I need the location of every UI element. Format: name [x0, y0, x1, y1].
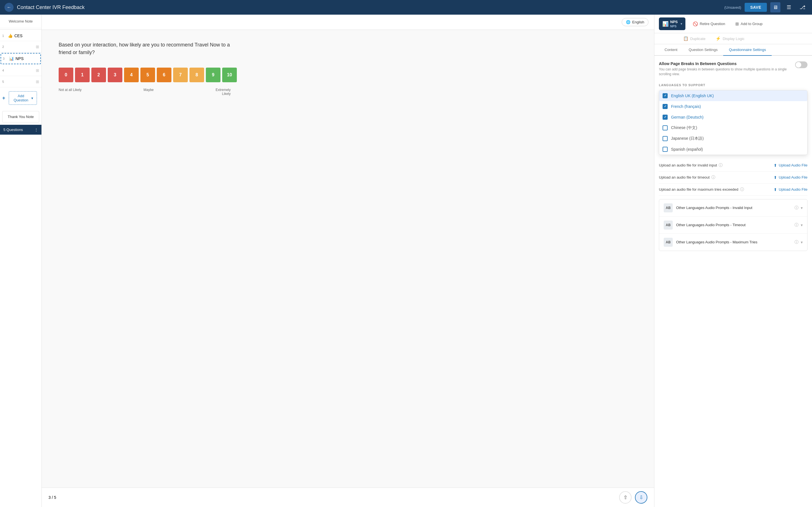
lang-option-english-uk[interactable]: ✓ English UK (English UK) [659, 91, 807, 101]
upload-btn-timeout[interactable]: ⬆ Upload Audio File [774, 175, 808, 180]
nps-btn-7[interactable]: 7 [173, 68, 188, 82]
lang-option-spanish[interactable]: Spanish (español) [659, 144, 807, 155]
other-lang-chevron-timeout[interactable]: ▾ [801, 223, 803, 227]
duplicate-label: Duplicate [690, 37, 705, 41]
back-button[interactable]: ← [4, 3, 13, 12]
page-breaks-label: Allow Page Breaks In Between Questions [659, 61, 791, 66]
nps-btn-2[interactable]: 2 [91, 68, 106, 82]
page-breaks-toggle[interactable] [795, 61, 808, 68]
placeholder-icon-2: ⊞ [36, 45, 39, 49]
lang-checkbox-french: ✓ [663, 104, 668, 109]
upload-btn-max-tries[interactable]: ⬆ Upload Audio File [774, 187, 808, 192]
nps-btn-9[interactable]: 9 [206, 68, 220, 82]
audio-upload-section: Upload an audio file for invalid input ⓘ… [659, 159, 808, 196]
lang-name-german: German (Deutsch) [671, 115, 703, 119]
nps-label-left: Not at all Likely [59, 88, 82, 96]
lang-name-japanese: Japanese (日本語) [671, 136, 704, 141]
page-navigation: ⇧ ⇩ [619, 491, 647, 504]
sidebar-menu-icon[interactable]: ⋮ [35, 128, 38, 132]
sidebar-welcome-note[interactable]: Welcome Note [0, 15, 42, 28]
other-lang-chevron-max-tries[interactable]: ▾ [801, 240, 803, 244]
nps-icon-sidebar: 📊 [9, 56, 14, 61]
display-logic-label: Display Logic [723, 37, 744, 41]
sidebar-item-2: 2 ⊞ [0, 41, 42, 52]
lang-name-english-uk: English UK (English UK) [671, 94, 714, 98]
checkmark-english-uk: ✓ [664, 94, 666, 98]
nps-labels: Not at all Likely Maybe ExtremelyLikely [59, 88, 231, 96]
display-logic-action[interactable]: ⚡ Display Logic [713, 34, 747, 43]
add-question-area[interactable]: + Add Question ▾ [0, 87, 42, 109]
info-icon-max-tries[interactable]: ⓘ [740, 187, 744, 192]
tab-question-settings[interactable]: Question Settings [683, 44, 723, 56]
other-lang-info-icon-timeout[interactable]: ⓘ [795, 223, 799, 228]
add-group-icon: ⊞ [735, 21, 739, 26]
nps-badge-info: NPS NPS [670, 20, 678, 28]
duplicate-action[interactable]: 📋 Duplicate [680, 34, 708, 43]
nps-btn-6[interactable]: 6 [157, 68, 171, 82]
audio-timeout-label: Upload an audio file for timeout ⓘ [659, 175, 715, 180]
thank-you-container: Thank You Note [0, 109, 42, 125]
other-lang-invalid-input[interactable]: AB Other Languages Audio Prompts - Inval… [659, 200, 807, 217]
other-lang-label-timeout: Other Languages Audio Prompts - Timeout [676, 223, 795, 227]
nps-type-badge[interactable]: 📊 NPS NPS ▾ [659, 17, 686, 30]
nps-label-right: ExtremelyLikely [216, 88, 231, 96]
lang-option-german[interactable]: ✓ German (Deutsch) [659, 112, 807, 122]
desktop-view-button[interactable]: 🖥 [770, 2, 780, 12]
info-icon-timeout[interactable]: ⓘ [711, 175, 715, 180]
nps-btn-4[interactable]: 4 [124, 68, 139, 82]
sidebar-divider [0, 29, 42, 30]
question-number-2: 2 [2, 45, 4, 48]
other-languages-section: AB Other Languages Audio Prompts - Inval… [659, 199, 808, 251]
nps-btn-1[interactable]: 1 [75, 68, 90, 82]
sidebar-thank-you-note[interactable]: Thank You Note [2, 111, 39, 122]
language-button[interactable]: 🌐 English [622, 18, 649, 26]
lang-checkbox-german: ✓ [663, 115, 668, 120]
next-page-button[interactable]: ⇩ [635, 491, 647, 504]
upload-icon-max-tries: ⬆ [774, 187, 777, 192]
lang-option-japanese[interactable]: Japanese (日本語) [659, 133, 807, 144]
retire-question-action[interactable]: 🚫 Retire Question [690, 20, 728, 28]
main-layout: Welcome Note 1 👍 CES 2 ⊞ 3 📊 NPS 4 ⊞ 5 ⊞ [0, 15, 812, 507]
other-lang-label-invalid: Other Languages Audio Prompts - Invalid … [676, 206, 795, 210]
ces-label: CES [14, 34, 22, 38]
other-lang-info-icon-max-tries[interactable]: ⓘ [795, 240, 799, 245]
right-panel: 📊 NPS NPS ▾ 🚫 Retire Question ⊞ Add to G… [654, 15, 812, 507]
nps-btn-8[interactable]: 8 [190, 68, 204, 82]
lang-option-french[interactable]: ✓ French (français) [659, 101, 807, 112]
other-lang-timeout[interactable]: AB Other Languages Audio Prompts - Timeo… [659, 217, 807, 234]
add-question-chevron-icon: ▾ [31, 96, 33, 100]
panel-content: Allow Page Breaks In Between Questions Y… [654, 56, 812, 507]
prev-page-button[interactable]: ⇧ [619, 491, 631, 504]
nps-btn-0[interactable]: 0 [59, 68, 73, 82]
page-breaks-setting: Allow Page Breaks In Between Questions Y… [659, 61, 808, 76]
retire-label: Retire Question [700, 22, 725, 26]
add-question-button[interactable]: Add Question ▾ [9, 91, 37, 105]
lang-checkbox-english-uk: ✓ [663, 93, 668, 98]
nps-btn-3[interactable]: 3 [108, 68, 122, 82]
share-button[interactable]: ⎇ [797, 2, 808, 12]
tab-questionnaire-settings[interactable]: Questionnaire Settings [723, 44, 772, 56]
nps-label-middle: Maybe [144, 88, 154, 96]
other-lang-info-icon-invalid[interactable]: ⓘ [795, 205, 799, 210]
question-area: Based on your interaction, how likely ar… [42, 30, 654, 488]
tab-content[interactable]: Content [659, 44, 683, 56]
other-lang-max-tries[interactable]: AB Other Languages Audio Prompts - Maxim… [659, 234, 807, 251]
sidebar-item-ces[interactable]: 1 👍 CES [0, 31, 42, 41]
nps-scale: 0 1 2 3 4 5 6 7 8 9 10 [59, 68, 637, 82]
upload-btn-invalid[interactable]: ⬆ Upload Audio File [774, 163, 808, 168]
question-number-1: 1 [2, 34, 4, 38]
toggle-knob [796, 62, 801, 68]
info-icon-invalid[interactable]: ⓘ [719, 163, 723, 168]
nps-btn-10[interactable]: 10 [222, 68, 237, 82]
nps-btn-5[interactable]: 5 [140, 68, 155, 82]
app-header: ← Contact Center IVR Feedback (Unsaved) … [0, 0, 812, 15]
upload-icon-invalid: ⬆ [774, 163, 777, 168]
add-to-group-action[interactable]: ⊞ Add to Group [732, 20, 765, 28]
lang-option-chinese[interactable]: Chinese (中文) [659, 122, 807, 133]
save-button[interactable]: SAVE [745, 3, 767, 12]
settings-button[interactable]: ☰ [784, 2, 794, 12]
lang-checkbox-chinese [663, 125, 668, 130]
other-lang-chevron-invalid[interactable]: ▾ [801, 206, 803, 210]
sidebar-item-nps[interactable]: 3 📊 NPS [1, 53, 41, 64]
unsaved-label: (Unsaved) [724, 5, 741, 10]
